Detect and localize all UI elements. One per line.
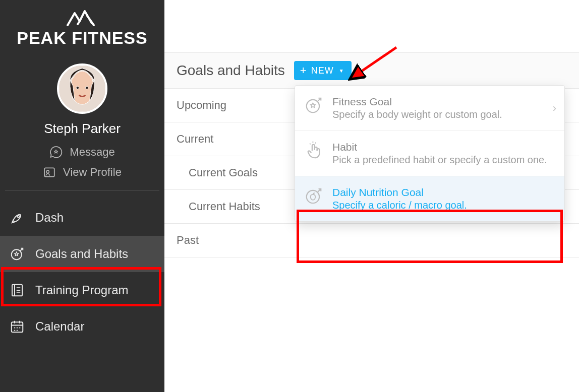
training-book-icon bbox=[9, 282, 25, 298]
panel-header: Goals and Habits + NEW ▼ bbox=[164, 53, 579, 89]
nav-training-label: Training Program bbox=[35, 283, 129, 297]
menu-item-text: Daily Nutrition Goal Specify a caloric /… bbox=[332, 186, 555, 211]
chevron-down-icon: ▼ bbox=[339, 68, 344, 74]
menu-item-desc: Pick a predefined habit or specify a cus… bbox=[332, 154, 555, 166]
panel-title: Goals and Habits bbox=[177, 62, 285, 79]
tap-hand-icon bbox=[304, 141, 323, 160]
chat-star-icon bbox=[49, 146, 63, 159]
menu-item-text: Habit Pick a predefined habit or specify… bbox=[332, 141, 555, 166]
mountain-icon bbox=[0, 9, 164, 27]
sidebar: PEAK FITNESS Steph Parker Message View P… bbox=[0, 0, 164, 392]
new-button-label: NEW bbox=[311, 66, 334, 76]
plus-icon: + bbox=[300, 65, 307, 76]
nav-calendar-label: Calendar bbox=[35, 319, 84, 334]
goal-star-icon bbox=[304, 96, 323, 115]
new-button[interactable]: + NEW ▼ bbox=[294, 61, 352, 80]
nav-dash[interactable]: Dash bbox=[0, 200, 164, 236]
menu-item-text: Fitness Goal Specify a body weight or cu… bbox=[332, 96, 555, 120]
goal-star-icon bbox=[9, 246, 25, 262]
svg-point-1 bbox=[76, 86, 79, 89]
avatar[interactable] bbox=[57, 63, 107, 114]
nutrition-goal-icon bbox=[304, 186, 323, 206]
brand-logo: PEAK FITNESS bbox=[0, 5, 164, 54]
nav-goals-and-habits[interactable]: Goals and Habits bbox=[0, 236, 164, 272]
brand-name: PEAK FITNESS bbox=[0, 29, 164, 46]
nav-goals-label: Goals and Habits bbox=[35, 247, 128, 261]
menu-item-habit[interactable]: Habit Pick a predefined habit or specify… bbox=[295, 131, 564, 176]
menu-item-title: Habit bbox=[332, 141, 555, 153]
svg-point-6 bbox=[12, 249, 22, 259]
new-dropdown-menu: Fitness Goal Specify a body weight or cu… bbox=[295, 85, 565, 222]
calendar-icon bbox=[9, 318, 25, 335]
svg-point-9 bbox=[307, 100, 319, 112]
nav-training-program[interactable]: Training Program bbox=[0, 272, 164, 308]
nav-dash-label: Dash bbox=[35, 211, 64, 225]
rocket-icon bbox=[9, 210, 25, 226]
svg-point-4 bbox=[46, 170, 49, 173]
menu-item-desc: Specify a caloric / macro goal. bbox=[332, 200, 555, 211]
chevron-right-icon: › bbox=[553, 102, 556, 115]
menu-item-daily-nutrition-goal[interactable]: Daily Nutrition Goal Specify a caloric /… bbox=[295, 176, 564, 221]
message-link[interactable]: Message bbox=[49, 146, 114, 159]
sidebar-nav: Dash Goals and Habits Training Program C… bbox=[0, 200, 164, 345]
menu-item-fitness-goal[interactable]: Fitness Goal Specify a body weight or cu… bbox=[295, 86, 564, 131]
top-spacer bbox=[164, 0, 579, 53]
section-past[interactable]: Past bbox=[164, 224, 579, 257]
profile-card-icon bbox=[43, 166, 56, 179]
svg-point-2 bbox=[85, 86, 88, 89]
menu-item-title: Fitness Goal bbox=[332, 96, 555, 108]
nav-calendar[interactable]: Calendar bbox=[0, 308, 164, 345]
menu-item-desc: Specify a body weight or custom goal. bbox=[332, 109, 555, 120]
user-actions: Message View Profile bbox=[5, 146, 159, 190]
menu-item-title: Daily Nutrition Goal bbox=[332, 186, 555, 199]
message-label: Message bbox=[70, 146, 114, 159]
view-profile-label: View Profile bbox=[63, 166, 122, 179]
svg-point-10 bbox=[307, 190, 319, 203]
svg-point-5 bbox=[18, 216, 20, 218]
view-profile-link[interactable]: View Profile bbox=[43, 166, 122, 179]
user-name: Steph Parker bbox=[0, 121, 164, 137]
